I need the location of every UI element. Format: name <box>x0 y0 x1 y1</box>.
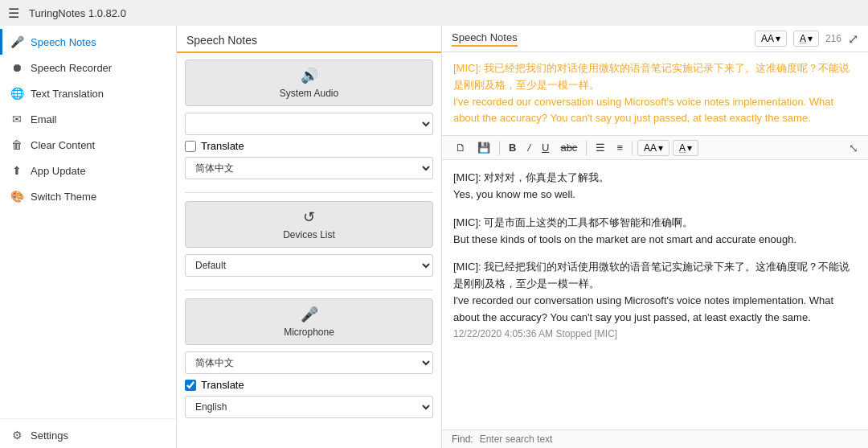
content-area: Speech Notes 🔊 System Audio Translate 简体… <box>177 26 868 448</box>
editor-orange-section: [MIC]: 我已经把我们的对话使用微软的语音笔记实施记录下来了。这准确度呢？不… <box>442 52 868 136</box>
clear-content-icon: 🗑 <box>10 138 24 151</box>
word-count: 216 <box>825 33 841 44</box>
microphone-translate-label: Translate <box>201 379 244 391</box>
system-audio-icon: 🔊 <box>301 67 318 84</box>
editor-content[interactable]: [MIC]: 对对对，你真是太了解我。 Yes, you know me so … <box>442 160 868 430</box>
system-audio-translate-row: Translate <box>185 140 433 152</box>
sidebar-item-label: Switch Theme <box>31 191 96 203</box>
editor-block-1: [MIC]: 对对对，你真是太了解我。 Yes, you know me so … <box>453 170 857 203</box>
system-audio-language-dropdown[interactable]: 简体中文 <box>185 157 433 179</box>
bold-button[interactable]: B <box>505 139 520 156</box>
speech-notes-icon: 🎤 <box>10 35 24 48</box>
sidebar-item-label: App Update <box>31 165 86 177</box>
microphone-section: 🎤 Microphone 简体中文 Translate English <box>185 298 433 423</box>
sidebar-item-switch-theme[interactable]: 🎨 Switch Theme <box>0 183 176 209</box>
editor-block-2: [MIC]: 可是市面上这类的工具都不够智能和准确啊。 But these ki… <box>453 215 857 249</box>
format-font-size-label: AA <box>644 142 657 154</box>
sidebar-item-label: Email <box>31 113 57 125</box>
devices-list-dropdown[interactable]: Default <box>185 254 433 277</box>
sidebar-bottom: ⚙ Settings <box>0 418 176 448</box>
block-3-cn: [MIC]: 我已经把我们的对话使用微软的语音笔记实施记录下来了。这准确度呢？不… <box>453 259 857 293</box>
microphone-translate-checkbox[interactable] <box>185 380 196 391</box>
middle-panel-header: Speech Notes <box>177 26 441 53</box>
editor-format-bar: 🗋 💾 B / U abc ☰ ≡ AA ▾ A ▾ <box>442 136 868 160</box>
fmt-separator-2 <box>586 141 587 155</box>
middle-panel: Speech Notes 🔊 System Audio Translate 简体… <box>177 26 442 448</box>
system-audio-label: System Audio <box>280 88 338 99</box>
sidebar-item-text-translation[interactable]: 🌐 Text Translation <box>0 80 176 106</box>
format-font-color-label: A <box>679 142 686 154</box>
settings-icon: ⚙ <box>10 429 24 442</box>
block-3-en: I've recorded our conversation using Mic… <box>453 293 857 327</box>
font-color-button[interactable]: A ▾ <box>793 31 819 47</box>
microphone-button[interactable]: 🎤 Microphone <box>185 298 433 345</box>
menu-icon[interactable]: ☰ <box>8 6 19 21</box>
find-bar: Find: <box>442 430 868 448</box>
fmt-separator-1 <box>499 141 500 155</box>
numbered-list-button[interactable]: ≡ <box>612 139 627 156</box>
system-audio-translate-checkbox[interactable] <box>185 141 196 152</box>
middle-panel-title: Speech Notes <box>186 34 257 47</box>
toolbar-font-controls: AA ▾ A ▾ 216 ⤢ <box>755 31 858 47</box>
expand-button[interactable]: ⤢ <box>848 31 858 47</box>
devices-list-button[interactable]: ↺ Devices List <box>185 201 433 248</box>
tab-bar: Speech Notes <box>452 31 518 47</box>
sidebar-item-app-update[interactable]: ⬆ App Update <box>0 158 176 183</box>
microphone-icon: 🎤 <box>301 306 318 323</box>
sidebar-item-settings[interactable]: ⚙ Settings <box>0 422 176 448</box>
format-font-size-button[interactable]: AA ▾ <box>637 140 669 156</box>
editor-block-3: [MIC]: 我已经把我们的对话使用微软的语音笔记实施记录下来了。这准确度呢？不… <box>453 259 857 341</box>
system-audio-button[interactable]: 🔊 System Audio <box>185 60 433 106</box>
orange-block-cn: [MIC]: 我已经把我们的对话使用微软的语音笔记实施记录下来了。这准确度呢？不… <box>453 60 857 94</box>
format-expand-button[interactable]: ⤡ <box>849 142 858 154</box>
block-1-en: Yes, you know me so well. <box>453 187 857 203</box>
format-font-color-chevron: ▾ <box>687 142 692 154</box>
sidebar-item-label: Speech Notes <box>31 36 96 48</box>
title-bar: ☰ TuringNotes 1.0.82.0 <box>0 0 868 26</box>
block-2-en: But these kinds of tools on the market a… <box>453 232 857 249</box>
font-size-chevron: ▾ <box>776 33 780 44</box>
microphone-label: Microphone <box>284 327 334 338</box>
editor-toolbar-top: Speech Notes AA ▾ A ▾ 216 ⤢ <box>442 26 868 52</box>
block-2-cn: [MIC]: 可是市面上这类的工具都不够智能和准确啊。 <box>453 215 857 232</box>
app-update-icon: ⬆ <box>10 164 24 177</box>
speech-recorder-icon: ⏺ <box>10 61 24 74</box>
block-3-timestamp: 12/22/2020 4:05:36 AM Stopped [MIC] <box>453 327 857 342</box>
sidebar-item-email[interactable]: ✉ Email <box>0 106 176 132</box>
system-audio-translate-label: Translate <box>201 140 244 152</box>
new-doc-button[interactable]: 🗋 <box>452 139 470 156</box>
find-input[interactable] <box>480 434 858 445</box>
underline-button[interactable]: U <box>538 139 553 156</box>
block-1-cn: [MIC]: 对对对，你真是太了解我。 <box>453 170 857 187</box>
sidebar-item-clear-content[interactable]: 🗑 Clear Content <box>0 132 176 158</box>
sidebar-item-speech-notes[interactable]: 🎤 Speech Notes <box>0 29 176 55</box>
sidebar-item-label: Speech Recorder <box>31 62 112 74</box>
font-color-chevron: ▾ <box>808 33 813 44</box>
format-font-size-chevron: ▾ <box>658 142 663 154</box>
italic-button[interactable]: / <box>523 139 534 156</box>
divider-1 <box>185 192 433 193</box>
middle-panel-body: 🔊 System Audio Translate 简体中文 ↺ <box>177 53 441 448</box>
app-title: TuringNotes 1.0.82.0 <box>29 7 126 19</box>
microphone-translate-row: Translate <box>185 379 433 391</box>
editor-panel: Speech Notes AA ▾ A ▾ 216 ⤢ [MI <box>442 26 868 448</box>
strikethrough-button[interactable]: abc <box>556 139 581 156</box>
format-font-color-button[interactable]: A ▾ <box>673 140 698 156</box>
devices-list-icon: ↺ <box>303 208 315 226</box>
microphone-target-language-dropdown[interactable]: English <box>185 396 433 418</box>
sidebar-item-speech-recorder[interactable]: ⏺ Speech Recorder <box>0 55 176 80</box>
font-size-label: AA <box>761 33 774 44</box>
sidebar-spacer <box>0 209 176 418</box>
system-audio-device-dropdown[interactable] <box>185 113 433 135</box>
main-container: 🎤 Speech Notes ⏺ Speech Recorder 🌐 Text … <box>0 26 868 448</box>
microphone-language-dropdown[interactable]: 简体中文 <box>185 351 433 374</box>
sidebar-item-label: Text Translation <box>31 88 104 100</box>
save-button[interactable]: 💾 <box>473 139 494 156</box>
tab-speech-notes[interactable]: Speech Notes <box>452 31 518 47</box>
devices-list-label: Devices List <box>283 229 335 240</box>
bullet-list-button[interactable]: ☰ <box>592 139 609 156</box>
find-label: Find: <box>452 434 473 445</box>
font-color-label: A <box>800 33 806 44</box>
font-size-button[interactable]: AA ▾ <box>755 31 787 47</box>
fmt-separator-3 <box>632 141 633 155</box>
